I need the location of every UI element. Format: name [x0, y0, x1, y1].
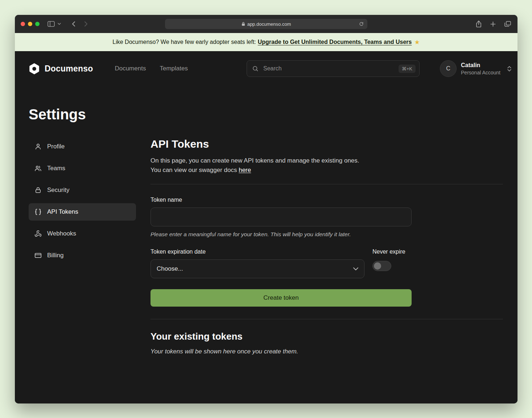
settings-page: Settings Profile Teams Security [15, 86, 517, 403]
never-expire-field: Never expire [372, 249, 412, 272]
chevron-down-icon [353, 267, 358, 270]
nav-documents[interactable]: Documents [115, 65, 146, 72]
swagger-docs-link[interactable]: here [239, 167, 251, 173]
brand-name: Documenso [45, 64, 93, 74]
toolbar-right-icons [475, 20, 512, 28]
token-name-hint: Please enter a meaningful name for your … [150, 231, 412, 238]
account-info: Catalin Personal Account [461, 62, 500, 75]
url-text: app.documenso.com [247, 21, 291, 27]
sidebar-item-webhooks[interactable]: Webhooks [29, 225, 136, 242]
refresh-icon[interactable] [358, 21, 364, 27]
share-icon[interactable] [475, 20, 482, 28]
divider [150, 319, 503, 319]
sidebar-item-security[interactable]: Security [29, 181, 136, 199]
sidebar-item-billing[interactable]: Billing [29, 247, 136, 264]
search-box: ⌘+K [247, 60, 420, 77]
address-bar[interactable]: app.documenso.com [165, 19, 367, 29]
account-menu[interactable]: C Catalin Personal Account [440, 60, 512, 77]
sidebar-item-teams[interactable]: Teams [29, 160, 136, 177]
account-type: Personal Account [461, 70, 500, 75]
app-header: Documenso Documents Templates ⌘+K C Cata… [15, 51, 517, 86]
sidebar-chevron-icon[interactable] [57, 22, 62, 26]
tab-overview-icon[interactable] [504, 20, 512, 28]
existing-tokens-empty-text: Your tokens will be shown here once you … [150, 348, 503, 355]
main-nav: Documents Templates [115, 65, 187, 72]
promo-text: Like Documenso? We have few early adopte… [112, 39, 256, 45]
search-icon [252, 65, 259, 72]
back-button[interactable] [71, 20, 76, 28]
never-expire-label: Never expire [372, 249, 412, 255]
promo-banner: Like Documenso? We have few early adopte… [15, 33, 517, 51]
description-line1: On this page, you can create new API tok… [150, 157, 359, 164]
credit-card-icon [34, 252, 42, 259]
expiration-select[interactable]: Choose... [150, 259, 364, 278]
sidebar-item-label: Webhooks [47, 230, 76, 237]
sidebar-item-api-tokens[interactable]: API Tokens [29, 203, 136, 221]
lock-icon [34, 187, 42, 194]
avatar: C [440, 60, 457, 77]
user-icon [34, 143, 42, 150]
create-token-form: Token name Please enter a meaningful nam… [150, 197, 412, 307]
browser-window: app.documenso.com Like Documenso? We hav… [15, 15, 517, 403]
nav-templates[interactable]: Templates [160, 65, 187, 72]
never-expire-toggle[interactable] [372, 261, 391, 271]
documenso-app: Documenso Documents Templates ⌘+K C Cata… [15, 51, 517, 403]
browser-toolbar: app.documenso.com [15, 15, 517, 33]
api-tokens-description: On this page, you can create new API tok… [150, 156, 503, 175]
documenso-logo[interactable]: Documenso [29, 63, 93, 74]
lock-icon [242, 22, 245, 26]
sidebar-item-label: Profile [47, 143, 65, 150]
page-title: Settings [29, 106, 503, 123]
users-icon [34, 165, 42, 172]
expiration-value: Choose... [157, 265, 183, 272]
braces-icon [34, 208, 42, 216]
search-input[interactable] [263, 65, 395, 72]
account-name: Catalin [461, 62, 500, 69]
avatar-initial: C [446, 65, 450, 72]
close-window-button[interactable] [21, 22, 25, 26]
token-name-input[interactable] [150, 208, 412, 226]
expiration-label: Token expiration date [150, 249, 364, 255]
search-shortcut-badge: ⌘+K [399, 65, 416, 73]
token-name-label: Token name [150, 197, 412, 203]
chevron-up-down-icon [507, 66, 512, 72]
sidebar-item-profile[interactable]: Profile [29, 138, 136, 155]
divider [150, 184, 503, 184]
new-tab-icon[interactable] [490, 21, 496, 28]
documenso-logo-icon [29, 63, 40, 74]
upgrade-link[interactable]: Upgrade to Get Unlimited Documents, Team… [258, 39, 412, 45]
sidebar-item-label: Security [47, 187, 69, 194]
window-controls [21, 22, 40, 26]
star-icon: ★ [414, 38, 420, 46]
sidebar-item-label: Billing [47, 252, 63, 259]
maximize-window-button[interactable] [35, 22, 40, 26]
create-token-button[interactable]: Create token [150, 289, 412, 307]
minimize-window-button[interactable] [28, 22, 32, 26]
settings-sidebar: Profile Teams Security API Tokens [29, 138, 136, 355]
expiration-field: Token expiration date Choose... [150, 249, 364, 278]
sidebar-item-label: Teams [47, 165, 65, 172]
webhook-icon [34, 230, 42, 237]
sidebar-toggle-icon[interactable] [47, 20, 55, 28]
description-line2: You can view our swagger docs [150, 167, 237, 173]
sidebar-item-label: API Tokens [47, 208, 78, 216]
api-tokens-panel: API Tokens On this page, you can create … [150, 138, 503, 355]
forward-button[interactable] [83, 20, 88, 28]
existing-tokens-heading: Your existing tokens [150, 331, 503, 342]
toggle-knob [374, 262, 381, 270]
api-tokens-heading: API Tokens [150, 138, 503, 150]
